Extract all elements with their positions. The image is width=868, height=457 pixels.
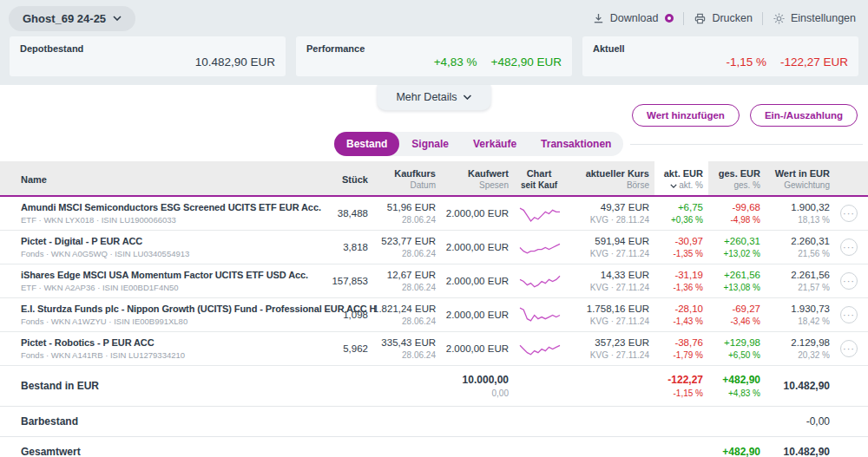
kaufkurs-cell: 523,77 EUR28.06.24 [373, 236, 436, 258]
tabs-row: BestandSignaleVerkäufeTransaktionen [0, 132, 868, 156]
kaufwert-value: 2.000,00 EUR [441, 208, 509, 219]
kaufkurs-value: 1.821,24 EUR [373, 304, 436, 314]
table-body: Amundi MSCI Semiconductors ESG Screened … [0, 197, 868, 366]
column-header-wert-in-eur[interactable]: Wert in EURGewichtung [766, 161, 830, 195]
column-header-chart[interactable]: Chartseit Kauf [514, 161, 564, 195]
mid-section: Mehr Details Wert hinzufügen Ein-/Auszah… [0, 85, 868, 132]
column-subtitle: Börse [569, 180, 649, 190]
topbar-action-label: Drucken [712, 12, 753, 24]
summary-row-label: Barbestand [21, 415, 323, 428]
tab-signale[interactable]: Signale [399, 132, 461, 156]
kaufkurs-cell: 12,67 EUR28.06.24 [373, 270, 436, 292]
wert-value: 1.930,73 [766, 304, 830, 314]
row-menu-button[interactable]: ··· [840, 272, 858, 290]
chevron-down-icon [464, 95, 472, 100]
topbar-action-drucken[interactable]: Drucken [694, 12, 753, 25]
ges-total-cell: +482,90+4,83 % [708, 374, 760, 398]
separator [762, 12, 763, 25]
more-details-button[interactable]: Mehr Details [377, 85, 490, 110]
column-header-ges-eur[interactable]: ges. EURges. % [708, 161, 760, 195]
row-menu-button[interactable]: ··· [840, 205, 858, 222]
table-row[interactable]: Pictet - Digital - P EUR ACCFonds · WKN … [0, 231, 868, 264]
topbar-actions: DownloadDruckenEinstellungen [592, 12, 859, 25]
stueck-cell: 5,962 [328, 343, 368, 354]
boerse-value: KVG · 27.11.24 [569, 350, 649, 360]
ges-eur-value: -69,27 [708, 304, 760, 314]
card-values: -1,15 %-122,27 EUR [726, 55, 848, 69]
wert-cell: 2.261,5621,57 % [766, 270, 830, 292]
wert-cell: 1.930,7318,42 % [766, 304, 830, 326]
column-header-st-ck[interactable]: Stück [328, 167, 368, 190]
wert-total: -0,00 [766, 415, 830, 428]
table-row[interactable]: E.I. Sturdza Funds plc - Nippon Growth (… [0, 298, 868, 332]
topbar-action-download[interactable]: Download [592, 12, 674, 25]
tab-group: BestandSignaleVerkäufeTransaktionen [334, 132, 623, 156]
menu-cell: ··· [835, 340, 858, 358]
kaufwert-total-cell: 10.000,000,00 [441, 374, 509, 398]
gewichtung-value: 18,13 % [766, 215, 830, 225]
kaufwert-value: 2.000,00 EUR [441, 276, 509, 286]
card-value: +4,83 % [434, 55, 477, 69]
kaufwert-total: 10.000,00 [441, 374, 509, 386]
akt-eur-value: +6,75 [654, 202, 703, 212]
kaufwert-value: 2.000,00 EUR [441, 343, 509, 354]
column-header-name[interactable]: Name [21, 167, 323, 190]
kaufkurs-cell: 51,96 EUR28.06.24 [373, 202, 436, 225]
column-title: aktueller Kurs [569, 168, 649, 179]
column-header-menu [835, 173, 858, 185]
top-band: Ghost_69 24-25 DownloadDruckenEinstellun… [0, 0, 868, 85]
column-header-kaufwert[interactable]: KaufwertSpesen [441, 161, 509, 195]
table-row[interactable]: iShares Edge MSCI USA Momentum Factor UC… [0, 264, 868, 298]
card-value: +482,90 EUR [491, 55, 562, 69]
ges-eur-total: +482,90 [708, 374, 760, 386]
chart-cell [514, 304, 564, 326]
summary-card-depotbestand: Depotbestand10.482,90 EUR [10, 36, 286, 76]
spesen-total: 0,00 [441, 388, 509, 398]
row-menu-button[interactable]: ··· [840, 340, 858, 357]
ges-eur-total: +482,90 [708, 446, 760, 457]
stueck-cell: 38,488 [328, 208, 368, 219]
name-cell: E.I. Sturdza Funds plc - Nippon Growth (… [21, 304, 323, 326]
column-header-kaufkurs[interactable]: KaufkursDatum [373, 161, 436, 195]
tab-transaktionen[interactable]: Transaktionen [529, 132, 623, 156]
column-title: Kaufwert [441, 168, 509, 179]
row-menu-button[interactable]: ··· [840, 306, 858, 323]
chart-cell [514, 236, 564, 258]
column-header-akt-eur[interactable]: akt. EURakt. % [654, 161, 708, 195]
column-title: Name [21, 174, 323, 185]
wert-value: 2.129,98 [766, 337, 830, 348]
akt-eur-cell: -31,19-1,36 % [654, 270, 703, 292]
ges-eur-cell: +260,31+13,02 % [708, 236, 760, 258]
deposit-withdraw-button[interactable]: Ein-/Auszahlung [750, 104, 858, 127]
ges-eur-cell: -69,27-3,46 % [708, 304, 760, 326]
table-row[interactable]: Pictet - Robotics - P EUR ACCFonds · WKN… [0, 332, 868, 366]
wert-cell: 1.900,3218,13 % [766, 202, 830, 225]
row-menu-button[interactable]: ··· [840, 238, 858, 256]
tab-verkäufe[interactable]: Verkäufe [461, 132, 529, 156]
tab-bestand[interactable]: Bestand [334, 132, 399, 156]
kaufkurs-value: 523,77 EUR [373, 236, 436, 246]
column-title: Chart [514, 168, 564, 179]
akt-eur-value: -31,19 [654, 270, 703, 280]
ges-pct-value: -3,46 % [708, 317, 760, 326]
add-value-button[interactable]: Wert hinzufügen [632, 104, 740, 127]
price-sparkline [519, 202, 561, 225]
chart-cell [514, 337, 564, 360]
gewichtung-value: 21,57 % [766, 283, 830, 292]
card-value: -1,15 % [726, 55, 766, 69]
gewichtung-value: 18,42 % [766, 317, 830, 326]
boerse-value: KVG · 27.11.24 [569, 283, 649, 292]
kaufdatum-value: 28.06.24 [373, 283, 436, 292]
instrument-identifiers: Fonds · WKN A0G5WQ · ISIN LU0340554913 [21, 249, 323, 258]
akt-eur-value: -38,76 [654, 337, 703, 348]
topbar-action-einstellungen[interactable]: Einstellungen [773, 12, 856, 25]
table-footer: Bestand in EUR10.000,000,00-122,27-1,15 … [0, 366, 868, 457]
kurs-value: 49,37 EUR [569, 202, 649, 212]
column-header-aktueller-kurs[interactable]: aktueller KursBörse [569, 161, 649, 195]
akt-eur-cell: -38,76-1,79 % [654, 337, 703, 360]
instrument-identifiers: Fonds · WKN A1WZYU · ISIN IE00B991XL80 [21, 317, 323, 326]
table-row[interactable]: Amundi MSCI Semiconductors ESG Screened … [0, 197, 868, 231]
ges-total-cell: +482,90 [708, 446, 760, 457]
portfolio-selector[interactable]: Ghost_69 24-25 [9, 6, 135, 31]
gewichtung-value: 21,56 % [766, 249, 830, 258]
